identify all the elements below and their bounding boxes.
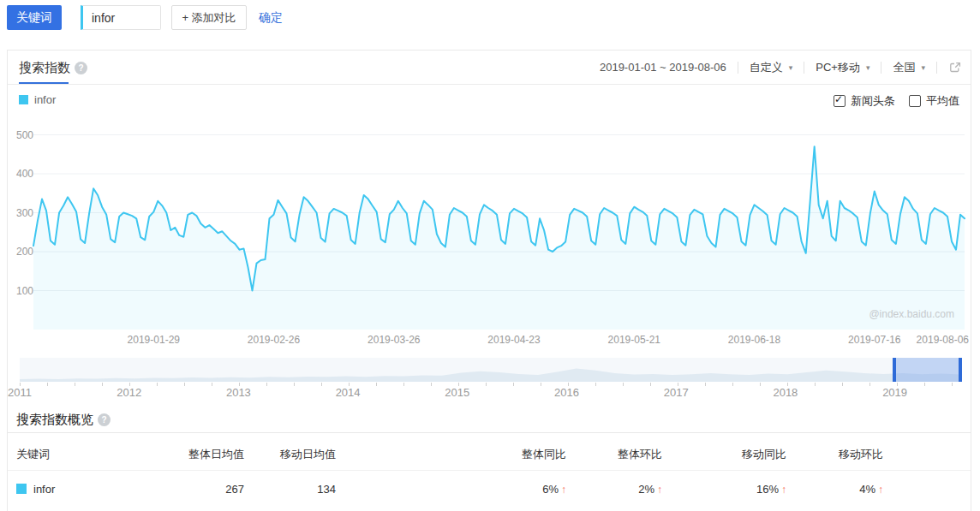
help-icon[interactable]: ? (98, 413, 111, 426)
add-compare-button[interactable]: + 添加对比 (171, 5, 247, 30)
x-axis-label: 2019-04-23 (487, 334, 541, 346)
y-axis-label: 500 (16, 129, 33, 141)
keyword-toolbar: 关键词 + 添加对比 确定 (0, 0, 980, 49)
x-axis-label: 2019-02-26 (248, 334, 301, 346)
series-legend-label: infor (34, 93, 56, 106)
timeline-minimap (20, 358, 960, 382)
x-axis-label: 2019-03-26 (368, 334, 421, 346)
minimap-area (20, 368, 960, 382)
mobile-yoy: 16%↑ (756, 470, 786, 509)
year-label: 2014 (336, 386, 361, 399)
chevron-down-icon: ▾ (921, 63, 925, 72)
device-label: PC+移动 (816, 61, 860, 74)
series-color-swatch (16, 484, 27, 494)
year-label: 2012 (117, 386, 141, 399)
column-header: 移动同比 (742, 439, 786, 470)
divider (738, 62, 738, 74)
column-header: 移动日均值 (280, 439, 336, 470)
x-axis-label: 2019-01-29 (128, 334, 181, 346)
toggle-label: 新闻头条 (851, 93, 895, 109)
overview-table-header: 关键词 整体日均值 移动日均值 整体同比 整体环比 移动同比 移动环比 (8, 439, 971, 470)
trend-up-icon: ↑ (781, 484, 786, 496)
tab-search-index[interactable]: 搜索指数? (19, 51, 87, 84)
toggle-average[interactable]: ✓ 平均值 (909, 93, 959, 109)
year-label: 2019 (882, 386, 907, 399)
trend-up-icon: ↑ (878, 484, 883, 496)
year-label: 2016 (554, 386, 579, 399)
x-axis-label: 2019-07-16 (848, 334, 901, 346)
checkbox-icon: ✓ (834, 95, 846, 107)
region-label: 全国 (893, 61, 915, 74)
divider (881, 62, 881, 74)
series-color-swatch (19, 95, 28, 104)
year-label: 2018 (773, 386, 798, 399)
overview-title: 搜索指数概览? (16, 408, 111, 431)
divider (936, 62, 937, 74)
year-label: 2011 (8, 386, 32, 399)
row-keyword-label: infor (33, 483, 55, 496)
external-link-icon[interactable] (948, 61, 962, 74)
trend-up-icon: ↑ (657, 484, 662, 496)
overall-daily-avg: 267 (225, 470, 244, 509)
y-axis-label: 400 (16, 168, 33, 180)
search-index-line-chart[interactable]: 1002003004005002019-01-292019-02-262019-… (8, 122, 972, 354)
y-axis-label: 200 (16, 246, 33, 258)
check-icon: ✓ (834, 93, 843, 105)
chevron-down-icon: ▾ (866, 63, 870, 72)
range-mode-label: 自定义 (750, 61, 783, 74)
column-header: 整体同比 (522, 439, 566, 470)
year-label: 2013 (226, 386, 251, 399)
watermark: @index.baidu.com (869, 308, 954, 320)
x-axis-label: 2019-05-21 (608, 334, 661, 346)
toggle-news-headlines[interactable]: ✓ 新闻头条 (834, 93, 895, 109)
search-index-panel: 搜索指数? 2019-01-01 ~ 2019-08-06 自定义▾ PC+移动… (7, 50, 971, 511)
column-header: 关键词 (16, 439, 50, 470)
overall-yoy: 6%↑ (542, 470, 566, 509)
overview-title-text: 搜索指数概览 (16, 412, 93, 426)
x-axis-label: 2019-08-06 (917, 334, 970, 346)
column-header: 移动环比 (839, 439, 883, 470)
x-axis-label: 2019-06-18 (728, 334, 781, 346)
chart-controls: 2019-01-01 ~ 2019-08-06 自定义▾ PC+移动▾ 全国▾ (600, 51, 962, 84)
y-axis-label: 300 (16, 207, 33, 219)
chevron-down-icon: ▾ (789, 63, 793, 72)
overlay-toggles: ✓ 新闻头条 ✓ 平均值 (834, 93, 959, 109)
year-label: 2015 (445, 386, 469, 399)
toggle-label: 平均值 (926, 93, 959, 109)
year-label: 2017 (664, 386, 689, 399)
region-dropdown[interactable]: 全国▾ (893, 60, 925, 75)
panel-tab-bar: 搜索指数? 2019-01-01 ~ 2019-08-06 自定义▾ PC+移动… (8, 51, 971, 85)
confirm-link[interactable]: 确定 (259, 10, 283, 26)
timeline-handle-right[interactable] (959, 358, 962, 382)
column-header: 整体日均值 (188, 439, 244, 470)
checkbox-icon: ✓ (909, 95, 921, 107)
column-header: 整体环比 (618, 439, 662, 470)
legend-row: infor ✓ 新闻头条 ✓ 平均值 (8, 93, 971, 114)
keyword-input[interactable] (81, 5, 161, 30)
divider (804, 62, 804, 74)
help-icon[interactable]: ? (75, 62, 87, 74)
row-keyword: infor (16, 470, 55, 509)
series-legend[interactable]: infor (19, 93, 56, 106)
mobile-mom: 4%↑ (859, 470, 883, 509)
mobile-daily-avg: 134 (317, 470, 336, 509)
tab-label: 搜索指数 (19, 60, 70, 74)
active-tab-underline (19, 82, 69, 84)
timeline-track[interactable] (20, 358, 960, 382)
divider (8, 432, 971, 433)
device-dropdown[interactable]: PC+移动▾ (816, 60, 869, 75)
overall-mom: 2%↑ (638, 470, 662, 509)
y-axis-label: 100 (16, 285, 33, 297)
keyword-tag-button[interactable]: 关键词 (7, 5, 62, 30)
table-row: infor 267 134 6%↑ 2%↑ 16%↑ 4%↑ (8, 470, 971, 509)
range-mode-dropdown[interactable]: 自定义▾ (750, 60, 793, 75)
timeline-selection[interactable] (894, 358, 960, 382)
timeline-handle-left[interactable] (893, 358, 896, 382)
trend-up-icon: ↑ (561, 484, 566, 496)
timeline-year-axis: 201120122013201420152016201720182019 (20, 386, 960, 400)
date-range[interactable]: 2019-01-01 ~ 2019-08-06 (600, 61, 726, 74)
